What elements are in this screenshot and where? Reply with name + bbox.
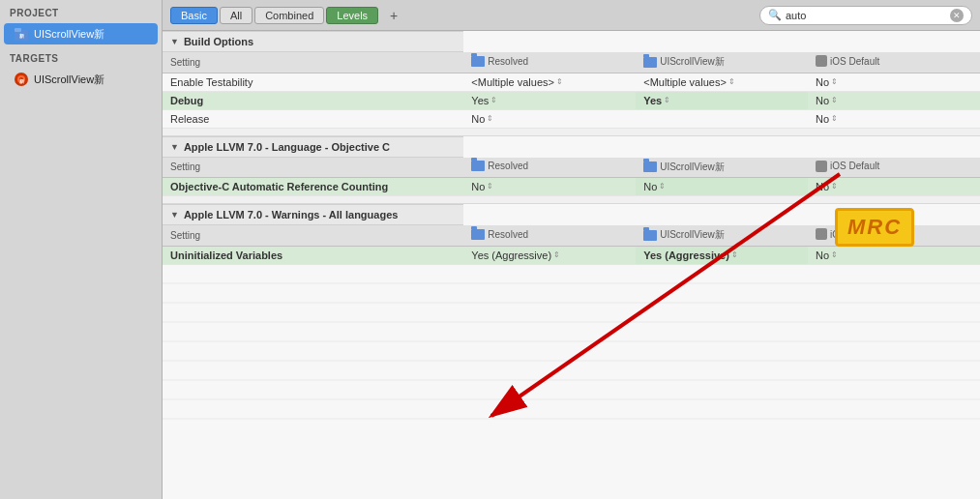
setting-value-project[interactable]: No ⇕ xyxy=(636,178,808,196)
col-resolved: Resolved xyxy=(463,158,636,178)
setting-value-ios[interactable]: No ⇕ xyxy=(808,178,980,196)
sidebar-item-target[interactable]: 新 UIScrollView新 xyxy=(4,69,158,90)
setting-value-resolved[interactable]: No ⇕ xyxy=(463,178,636,196)
svg-rect-1 xyxy=(15,28,21,32)
column-headers-llvm-lang: Setting Resolved UIScrollView新 iOS Defau… xyxy=(163,158,980,178)
column-headers-llvm-warnings: Setting Resolved UIScrollView新 iOS Defau… xyxy=(163,225,980,246)
table-row: Objective-C Automatic Reference Counting… xyxy=(163,178,980,196)
sidebar-item-project[interactable]: 新 UIScrollView新 xyxy=(4,23,158,44)
target-item-label: UIScrollView新 xyxy=(34,73,104,87)
toolbar: Basic All Combined Levels + 🔍 ✕ xyxy=(163,0,980,31)
col-ios-default: iOS Default xyxy=(808,225,980,246)
col-setting: Setting xyxy=(163,52,463,73)
section-header-llvm-lang[interactable]: ▼ Apple LLVM 7.0 - Language - Objective … xyxy=(163,135,980,158)
setting-value-project[interactable]: Yes (Aggressive) ⇕ xyxy=(636,246,808,264)
section-title-build-options: Build Options xyxy=(184,36,253,47)
col-project: UIScrollView新 xyxy=(636,158,808,178)
table-row: Enable Testability <Multiple values> ⇕ <… xyxy=(163,73,980,91)
collapse-triangle: ▼ xyxy=(170,142,179,152)
search-icon: 🔍 xyxy=(768,9,782,21)
tab-basic[interactable]: Basic xyxy=(170,7,218,24)
col-project: UIScrollView新 xyxy=(636,225,808,246)
section-header-build-options[interactable]: ▼ Build Options xyxy=(163,31,980,52)
svg-text:新: 新 xyxy=(19,33,24,39)
search-input[interactable] xyxy=(786,10,946,21)
setting-value-resolved[interactable]: <Multiple values> ⇕ xyxy=(463,73,636,91)
col-setting: Setting xyxy=(163,158,463,178)
tab-all[interactable]: All xyxy=(220,7,252,24)
setting-value-resolved[interactable]: Yes (Aggressive) ⇕ xyxy=(463,246,636,264)
search-box: 🔍 ✕ xyxy=(759,6,972,25)
setting-value-ios[interactable]: No ⇕ xyxy=(808,91,980,109)
add-tab-button[interactable]: + xyxy=(384,6,403,25)
setting-value-resolved[interactable]: Yes ⇕ xyxy=(463,91,636,109)
setting-name: Uninitialized Variables xyxy=(163,246,463,264)
setting-value-ios[interactable]: No ⇕ xyxy=(808,73,980,91)
col-resolved: Resolved xyxy=(463,52,636,73)
collapse-triangle: ▼ xyxy=(170,210,179,220)
tab-levels[interactable]: Levels xyxy=(326,7,378,24)
target-icon: 新 xyxy=(14,72,29,87)
tab-combined[interactable]: Combined xyxy=(254,7,324,24)
targets-section-label: TARGETS xyxy=(0,45,162,68)
search-clear-button[interactable]: ✕ xyxy=(950,9,964,22)
setting-value-project[interactable] xyxy=(636,109,808,128)
spacer-row-2 xyxy=(163,196,980,204)
sidebar: PROJECT 新 UIScrollView新 TARGETS 新 UIScro… xyxy=(0,0,163,499)
col-setting: Setting xyxy=(163,225,463,246)
col-ios-default: iOS Default xyxy=(808,52,980,73)
setting-value-project[interactable]: Yes ⇕ xyxy=(636,91,808,109)
svg-text:新: 新 xyxy=(19,78,24,84)
setting-value-ios[interactable]: No ⇕ xyxy=(808,109,980,128)
section-title-llvm-lang: Apple LLVM 7.0 - Language - Objective C xyxy=(184,141,390,153)
section-title-llvm-warnings: Apple LLVM 7.0 - Warnings - All language… xyxy=(184,209,398,220)
collapse-triangle: ▼ xyxy=(170,37,179,46)
setting-name: Debug xyxy=(163,91,463,109)
setting-value-project[interactable]: <Multiple values> ⇕ xyxy=(636,73,808,91)
setting-name: Release xyxy=(163,109,463,128)
project-section-label: PROJECT xyxy=(0,0,162,22)
col-ios-default: iOS Default xyxy=(808,158,980,178)
setting-value-ios[interactable]: No ⇕ xyxy=(808,246,980,264)
setting-name: Enable Testability xyxy=(163,73,463,91)
settings-area: ▼ Build Options Setting Resolved UIScrol… xyxy=(163,31,980,499)
table-row: Release No ⇕ No ⇕ xyxy=(163,109,980,128)
settings-table: ▼ Build Options Setting Resolved UIScrol… xyxy=(163,31,980,438)
col-project: UIScrollView新 xyxy=(636,52,808,73)
table-row: Debug Yes ⇕ Yes ⇕ No ⇕ xyxy=(163,91,980,109)
setting-name: Objective-C Automatic Reference Counting xyxy=(163,178,463,196)
column-headers-build-options: Setting Resolved UIScrollView新 iOS Defau… xyxy=(163,52,980,73)
section-header-llvm-warnings[interactable]: ▼ Apple LLVM 7.0 - Warnings - All langua… xyxy=(163,204,980,226)
col-resolved: Resolved xyxy=(463,225,636,246)
project-icon: 新 xyxy=(14,26,29,42)
table-row: Uninitialized Variables Yes (Aggressive)… xyxy=(163,246,980,264)
empty-space xyxy=(163,264,980,438)
project-item-label: UIScrollView新 xyxy=(34,27,104,42)
main-content: Basic All Combined Levels + 🔍 ✕ ▼ Build … xyxy=(163,0,980,499)
spacer-row xyxy=(163,128,980,135)
setting-value-resolved[interactable]: No ⇕ xyxy=(463,109,636,128)
